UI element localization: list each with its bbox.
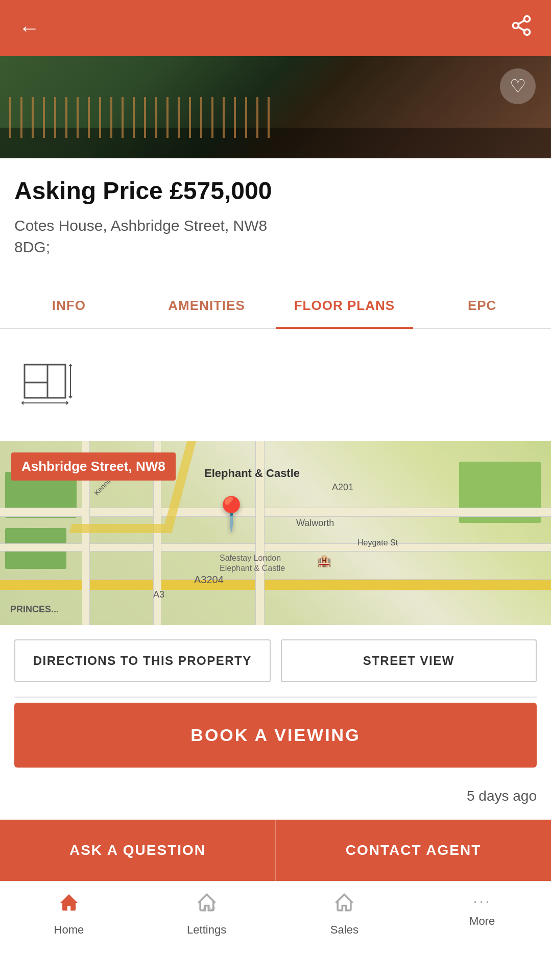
timestamp: 5 days ago [0, 778, 551, 820]
street-view-button[interactable]: STREET VIEW [281, 639, 537, 682]
tabs-container: INFO AMENITIES FLOOR PLANS EPC [0, 283, 551, 329]
lettings-label: Lettings [187, 923, 226, 937]
map-buttons: DIRECTIONS TO THIS PROPERTY STREET VIEW [0, 625, 551, 697]
tab-amenities[interactable]: AMENITIES [138, 283, 276, 328]
nav-item-more[interactable]: ··· More [413, 892, 551, 937]
home-icon [58, 892, 80, 919]
bottom-action-bar: ASK A QUESTION CONTACT AGENT [0, 820, 551, 881]
back-button[interactable]: ← [18, 16, 40, 40]
directions-button[interactable]: DIRECTIONS TO THIS PROPERTY [14, 639, 271, 682]
svg-rect-5 [25, 365, 65, 398]
tab-info[interactable]: INFO [0, 283, 138, 328]
heart-icon: ♡ [510, 76, 526, 97]
map-location-label: Ashbridge Street, NW8 [11, 452, 176, 481]
share-button[interactable] [510, 14, 533, 42]
property-image: ♡ [0, 56, 551, 158]
property-address: Cotes House, Ashbridge Street, NW8 8DG; [14, 215, 537, 258]
nav-item-sales[interactable]: Sales [276, 892, 414, 937]
sales-label: Sales [330, 923, 358, 937]
svg-line-3 [518, 27, 525, 31]
favorite-button[interactable]: ♡ [500, 68, 536, 104]
ask-question-button[interactable]: ASK A QUESTION [0, 820, 276, 881]
tab-epc[interactable]: EPC [413, 283, 551, 328]
floor-plan-icon [14, 360, 76, 411]
map-background: Elephant & Castle A201 Walworth Heygate … [0, 441, 551, 625]
bottom-nav: Home RENT Lettings Sales ··· More [0, 881, 551, 942]
svg-text:RENT: RENT [203, 906, 215, 912]
map-pin: 📍 [211, 495, 252, 533]
divider [14, 697, 537, 698]
more-icon: ··· [473, 892, 491, 911]
asking-price: Asking Price £575,000 [14, 177, 537, 205]
more-label: More [469, 915, 495, 928]
property-info: Asking Price £575,000 Cotes House, Ashbr… [0, 158, 551, 268]
tab-floor-plans[interactable]: FLOOR PLANS [276, 283, 414, 328]
book-viewing-button[interactable]: BOOK A VIEWING [14, 703, 537, 768]
contact-agent-button[interactable]: CONTACT AGENT [276, 820, 551, 881]
home-label: Home [54, 923, 84, 937]
sales-icon [333, 892, 355, 919]
svg-line-4 [518, 20, 525, 24]
nav-item-lettings[interactable]: RENT Lettings [138, 892, 276, 937]
lettings-icon: RENT [196, 892, 218, 919]
header: ← [0, 0, 551, 56]
map-section[interactable]: Elephant & Castle A201 Walworth Heygate … [0, 441, 551, 625]
floor-plan-area [0, 329, 551, 441]
nav-item-home[interactable]: Home [0, 892, 138, 937]
